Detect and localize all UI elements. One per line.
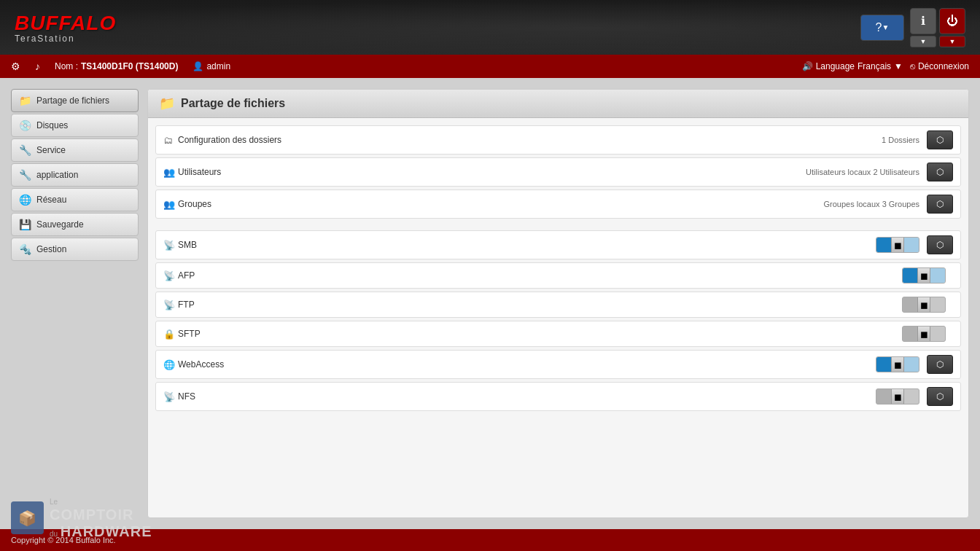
row-btn-webaccess[interactable]: ⬡ — [927, 355, 953, 374]
row-icon-utilisateurs: 👥 — [163, 167, 178, 178]
toggle-ftp[interactable]: ◼ — [902, 297, 946, 313]
toggle-handle: ◼ — [917, 327, 930, 341]
row-label-afp: AFP — [178, 270, 902, 281]
row-label-utilisateurs: Utilisateurs — [178, 167, 806, 177]
speaker-icon: 🔊 — [802, 61, 813, 71]
row-btn-smb[interactable]: ⬡ — [927, 235, 953, 254]
content-row-sftp: 🔒 SFTP ◼ — [155, 321, 961, 347]
watermark-small: Le — [50, 498, 58, 506]
content-row-smb: 📡 SMB ◼ ⬡ — [155, 230, 961, 259]
nav-language[interactable]: 🔊 Language Français ▼ — [802, 61, 903, 71]
watermark-logo: 📦 — [11, 501, 44, 534]
row-value-groupes: Groupes locaux 3 Groupes — [824, 200, 919, 208]
watermark-text: Le COMPTOIR du HARDWARE — [50, 496, 152, 540]
sidebar-label-disques: Disques — [36, 120, 68, 130]
toggle-afp[interactable]: ◼ — [902, 267, 946, 284]
row-btn-icon-utilisateurs: ⬡ — [936, 167, 944, 177]
row-label-nfs: NFS — [178, 391, 876, 402]
info-dropdown[interactable]: ▼ — [910, 36, 936, 47]
row-icon-smb: 📡 — [163, 240, 178, 251]
sidebar-icon-application: 🔧 — [19, 169, 31, 181]
row-btn-icon-nfs: ⬡ — [936, 391, 944, 402]
row-value-utilisateurs: Utilisateurs locaux 2 Utilisateurs — [806, 168, 919, 176]
toggle-smb[interactable]: ◼ — [876, 237, 919, 253]
sidebar-label-reseau: Réseau — [36, 195, 66, 205]
nav-bar: ⚙ ♪ Nom : TS1400D1F0 (TS1400D) 👤 admin 🔊… — [0, 55, 980, 78]
toggle-handle: ◼ — [891, 389, 904, 404]
power-icon: ⏻ — [946, 15, 958, 28]
row-btn-icon-smb: ⬡ — [936, 240, 944, 250]
sidebar-icon-disques: 💿 — [19, 120, 31, 131]
row-value-config-dossiers: 1 Dossiers — [882, 136, 919, 144]
content-row-ftp: 📡 FTP ◼ — [155, 292, 961, 318]
nav-admin[interactable]: 👤 admin — [192, 61, 230, 71]
row-icon-sftp: 🔒 — [163, 329, 178, 340]
logo-buffalo: BUFFALO — [15, 12, 116, 35]
content-row-afp: 📡 AFP ◼ — [155, 262, 961, 289]
main-content: 📁 Partage de fichiers 💿 Disques 🔧 Servic… — [0, 78, 980, 529]
content-row-groupes: 👥 Groupes Groupes locaux 3 Groupes ⬡ — [155, 189, 961, 219]
toggle-webaccess[interactable]: ◼ — [876, 356, 919, 372]
watermark-prefix: du — [50, 530, 58, 538]
logo-area: BUFFALO TeraStation — [15, 12, 116, 44]
content-row-config-dossiers: 🗂 Configuration des dossiers 1 Dossiers … — [155, 125, 961, 155]
content-row-nfs: 📡 NFS ◼ ⬡ — [155, 382, 961, 411]
row-btn-groupes[interactable]: ⬡ — [927, 195, 953, 214]
settings-icon: ⚙ — [11, 60, 20, 72]
sidebar-item-disques[interactable]: 💿 Disques — [11, 114, 139, 137]
toggle-off-part — [904, 238, 919, 252]
power-button[interactable]: ⏻ — [939, 8, 965, 34]
row-label-webaccess: WebAccess — [178, 359, 876, 370]
music-icon: ♪ — [35, 60, 40, 72]
row-label-groupes: Groupes — [178, 199, 824, 209]
watermark-brand2: HARDWARE — [61, 523, 152, 539]
nav-settings[interactable]: ⚙ — [11, 60, 20, 72]
toggle-off-part — [930, 268, 945, 283]
content-header-icon: 📁 — [159, 95, 175, 112]
toggle-off-part — [930, 297, 945, 312]
row-icon-nfs: 📡 — [163, 391, 178, 402]
toggle-on-part — [876, 357, 891, 372]
row-label-config-dossiers: Configuration des dossiers — [178, 135, 882, 145]
power-dropdown[interactable]: ▼ — [939, 36, 965, 47]
info-power-group: ℹ ⏻ ▼ ▼ — [910, 8, 965, 47]
sidebar-item-gestion[interactable]: 🔩 Gestion — [11, 238, 139, 261]
info-button[interactable]: ℹ — [910, 8, 936, 34]
row-icon-webaccess: 🌐 — [163, 359, 178, 370]
toggle-sftp[interactable]: ◼ — [902, 326, 946, 342]
sidebar-item-application[interactable]: 🔧 application — [11, 163, 139, 187]
toggle-nfs[interactable]: ◼ — [876, 388, 919, 405]
header-controls: ? ▼ ℹ ⏻ ▼ ▼ — [860, 8, 965, 47]
content-row-utilisateurs: 👥 Utilisateurs Utilisateurs locaux 2 Uti… — [155, 157, 961, 187]
toggle-off-part — [930, 327, 945, 341]
sidebar-label-application: application — [36, 170, 78, 180]
row-label-sftp: SFTP — [178, 329, 902, 339]
row-label-ftp: FTP — [178, 300, 902, 310]
row-btn-utilisateurs[interactable]: ⬡ — [927, 163, 953, 181]
admin-icon: 👤 — [192, 61, 203, 71]
device-name-label: Nom : — [55, 61, 78, 71]
nav-music[interactable]: ♪ — [35, 60, 40, 72]
help-button[interactable]: ? ▼ — [860, 15, 904, 41]
row-btn-icon-config-dossiers: ⬡ — [936, 135, 944, 145]
sidebar-item-partage[interactable]: 📁 Partage de fichiers — [11, 89, 139, 112]
sidebar-icon-partage: 📁 — [19, 95, 31, 106]
toggle-handle: ◼ — [917, 268, 930, 283]
sidebar-icon-sauvegarde: 💾 — [19, 219, 31, 230]
sidebar-item-sauvegarde[interactable]: 💾 Sauvegarde — [11, 213, 139, 236]
toggle-on-part — [903, 297, 917, 312]
content-separator-3 — [155, 222, 961, 227]
header: BUFFALO TeraStation ? ▼ ℹ ⏻ ▼ ▼ — [0, 0, 980, 55]
device-name-value: TS1400D1F0 (TS1400D) — [81, 61, 178, 71]
nav-device-name: Nom : TS1400D1F0 (TS1400D) — [55, 61, 178, 71]
row-btn-config-dossiers[interactable]: ⬡ — [927, 130, 953, 149]
sidebar-icon-service: 🔧 — [19, 144, 31, 156]
language-dropdown-icon: ▼ — [894, 61, 903, 71]
sidebar-item-service[interactable]: 🔧 Service — [11, 138, 139, 162]
sidebar-label-partage: Partage de fichiers — [36, 95, 109, 106]
nav-logout[interactable]: ⎋ Déconnexion — [910, 61, 969, 71]
toggle-off-part — [904, 389, 919, 404]
row-label-smb: SMB — [178, 240, 876, 250]
sidebar-item-reseau[interactable]: 🌐 Réseau — [11, 188, 139, 211]
row-btn-nfs[interactable]: ⬡ — [927, 387, 953, 406]
